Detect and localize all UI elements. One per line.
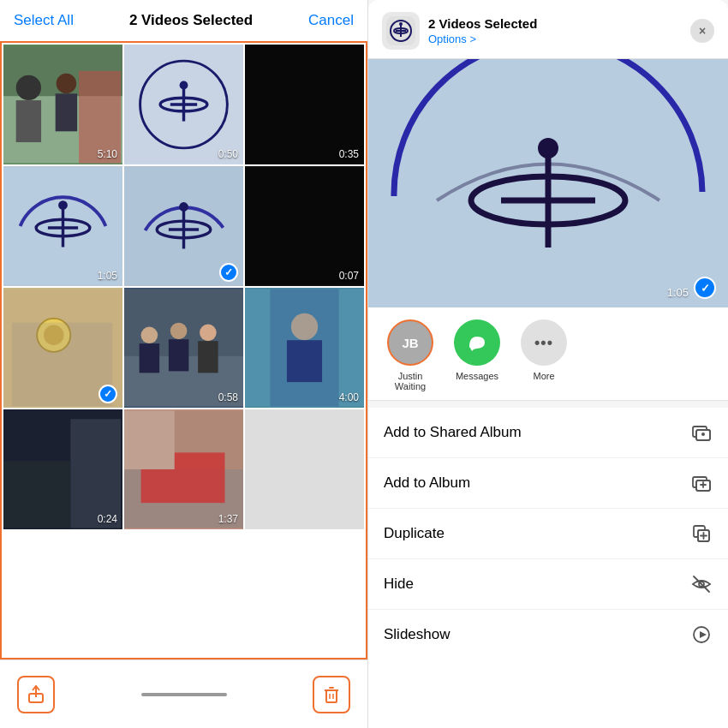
svg-rect-24: [245, 167, 364, 284]
share-sheet-title-block: 2 Videos Selected Options >: [428, 16, 690, 45]
action-duplicate[interactable]: Duplicate: [368, 509, 728, 559]
preview-check: ✓: [694, 277, 716, 299]
share-sheet-title: 2 Videos Selected: [428, 16, 690, 31]
cancel-button[interactable]: Cancel: [308, 12, 354, 29]
svg-point-33: [170, 323, 188, 340]
home-indicator: [141, 693, 227, 696]
share-button[interactable]: [17, 676, 55, 713]
svg-point-71: [701, 433, 705, 436]
options-link[interactable]: Options >: [428, 33, 690, 45]
grid-item-4[interactable]: [124, 166, 243, 286]
grid-item-7[interactable]: 0:58: [124, 288, 243, 408]
svg-rect-43: [70, 419, 121, 528]
contact-avatar-justin: JB: [387, 319, 433, 366]
video-duration-0: 5:10: [98, 148, 117, 160]
contact-initials-justin: JB: [402, 336, 418, 350]
duplicate-icon: [690, 522, 713, 545]
svg-rect-4: [16, 100, 41, 142]
video-duration-10: 1:37: [218, 513, 238, 525]
contact-avatar-messages: [454, 319, 500, 366]
grid-item-11: [245, 409, 364, 529]
action-list: Add to Shared Album Add to Album: [368, 408, 728, 728]
svg-marker-85: [700, 631, 707, 638]
action-hide[interactable]: Hide: [368, 559, 728, 610]
preview-duration: 1:05: [667, 286, 689, 299]
video-duration-3: 1:05: [98, 270, 117, 282]
video-duration-5: 0:07: [339, 270, 359, 282]
video-duration-7: 0:58: [218, 391, 238, 403]
svg-rect-32: [140, 343, 159, 373]
svg-point-35: [200, 325, 217, 342]
selected-check-4: [219, 263, 238, 282]
action-add-shared-album[interactable]: Add to Shared Album: [368, 408, 728, 458]
svg-point-22: [179, 202, 188, 212]
action-label-slideshow: Slideshow: [384, 626, 451, 643]
video-duration-1: 0:50: [218, 148, 238, 160]
photos-panel: Select All 2 Videos Selected Cancel 5:10: [0, 0, 368, 728]
grid-item-2[interactable]: 0:35: [245, 45, 364, 164]
shared-album-icon: [690, 421, 713, 444]
video-duration-2: 0:35: [339, 148, 359, 160]
svg-line-83: [694, 576, 709, 592]
svg-point-17: [58, 200, 68, 210]
add-album-icon: [690, 472, 713, 494]
grid-item-10[interactable]: 1:37: [124, 409, 243, 529]
svg-point-60: [399, 22, 403, 26]
bottom-toolbar: [0, 659, 367, 728]
contact-more[interactable]: ••• More: [514, 319, 574, 391]
photo-grid: 5:10 0:50 0:35: [0, 41, 367, 659]
slideshow-icon: [690, 624, 713, 646]
grid-item-9[interactable]: 0:24: [3, 409, 122, 529]
action-add-album[interactable]: Add to Album: [368, 458, 728, 509]
contact-name-messages: Messages: [456, 371, 498, 381]
video-duration-9: 0:24: [98, 513, 117, 525]
grid-item-1[interactable]: 0:50: [124, 45, 243, 164]
video-duration-8: 4:00: [339, 391, 359, 403]
action-slideshow[interactable]: Slideshow: [368, 610, 728, 659]
svg-rect-36: [198, 341, 218, 373]
contact-messages[interactable]: Messages: [447, 319, 507, 391]
svg-rect-13: [245, 45, 364, 163]
grid-item-8[interactable]: 4:00: [245, 288, 364, 408]
top-navigation-bar: Select All 2 Videos Selected Cancel: [0, 0, 367, 41]
contact-avatar-more: •••: [521, 319, 567, 366]
svg-rect-34: [169, 339, 188, 371]
svg-rect-6: [56, 93, 77, 131]
svg-point-5: [57, 74, 76, 93]
action-label-duplicate: Duplicate: [384, 525, 445, 542]
share-sheet-header: 2 Videos Selected Options > ×: [368, 0, 728, 59]
action-label-hide: Hide: [384, 576, 414, 593]
action-label-album: Add to Album: [384, 474, 470, 492]
svg-rect-44: [3, 461, 70, 528]
close-share-sheet-button[interactable]: ×: [690, 19, 714, 43]
select-all-button[interactable]: Select All: [14, 12, 74, 29]
contact-name-justin: JustinWaiting: [395, 371, 426, 391]
svg-point-11: [180, 81, 188, 90]
hide-icon: [690, 573, 713, 595]
share-sheet-panel: 2 Videos Selected Options > × 1:05 ✓ JB …: [368, 0, 728, 728]
app-icon: [382, 12, 420, 50]
svg-point-65: [538, 138, 558, 158]
contact-justin[interactable]: JB JustinWaiting: [380, 319, 440, 391]
svg-rect-41: [245, 289, 364, 406]
grid-item-6[interactable]: [3, 288, 122, 408]
grid-item-3[interactable]: 1:05: [3, 166, 122, 286]
selected-check-6: [98, 385, 117, 403]
grid-item-5[interactable]: 0:07: [245, 166, 364, 286]
action-label-shared-album: Add to Shared Album: [384, 424, 522, 441]
contact-name-more: More: [533, 371, 554, 381]
svg-point-3: [16, 75, 41, 100]
svg-point-31: [141, 327, 158, 344]
delete-button[interactable]: [313, 676, 350, 713]
grid-item-0[interactable]: 5:10: [3, 45, 122, 164]
svg-rect-48: [124, 410, 175, 469]
svg-rect-51: [326, 690, 337, 702]
selected-count-label: 2 Videos Selected: [129, 12, 253, 29]
svg-rect-28: [12, 323, 112, 407]
share-contacts-row: JB JustinWaiting Messages ••• More: [368, 307, 728, 401]
preview-area: 1:05 ✓: [368, 59, 728, 307]
